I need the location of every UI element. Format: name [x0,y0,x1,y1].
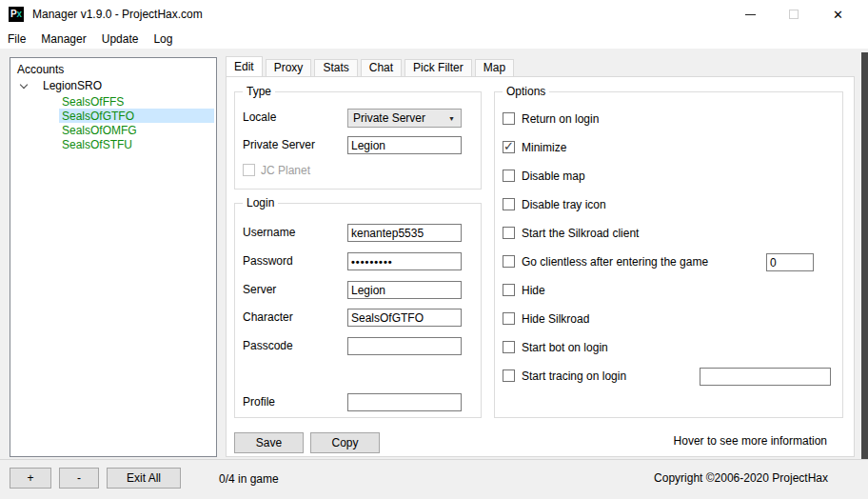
menu-bar: FileManagerUpdateLog [0,29,868,49]
type-group-title: Type [243,85,275,98]
status-bar: + - Exit All 0/4 in game Copyright ©2006… [0,459,868,499]
server-label: Server [243,284,276,296]
locale-selected-value: Private Server [353,111,425,125]
menu-update[interactable]: Update [94,30,147,49]
account-item-sealsofffs[interactable]: SealsOfFFS [59,94,214,109]
tree-node-legionsro[interactable]: LegionSRO [10,79,214,93]
checkbox-return-on-login[interactable] [503,112,515,125]
locale-label: Locale [243,111,276,124]
checkbox-start-the-silkroad-client[interactable] [503,227,515,239]
tab-chat[interactable]: Chat [361,59,402,76]
window-title: Manager v1.9.0 - ProjectHax.com [32,8,203,21]
private-server-label: Private Server [243,139,315,151]
checkbox-disable-tray-icon[interactable] [503,198,515,210]
app-icon: Px [9,7,24,22]
tree-group-name: LegionSRO [43,79,102,93]
options-group: Options Return on login✓MinimizeDisable … [494,91,843,418]
menu-log[interactable]: Log [146,30,180,49]
server-input[interactable] [347,281,462,299]
remove-account-button[interactable]: - [59,468,99,489]
checkbox-start-bot-on-login[interactable] [503,341,515,353]
go-clientless-after-entering-the-game-label: Go clientless after entering the game [522,255,708,269]
app-icon-letter-p: P [10,7,17,22]
account-item-sealsofstfu[interactable]: SealsOfSTFU [59,137,214,151]
jc-planet-label: JC Planet [261,164,310,177]
title-bar: Px Manager v1.9.0 - ProjectHax.com ✕ [0,0,868,29]
checkbox-hide-silkroad[interactable] [503,312,515,325]
password-input[interactable] [347,252,462,270]
tab-pick-filter[interactable]: Pick Filter [404,59,472,76]
disable-map-label: Disable map [522,170,585,183]
checkbox-go-clientless-after-entering-the-game[interactable] [503,255,515,268]
type-group: Type Locale Private Server ▼ Private Ser… [234,91,482,190]
account-name: SealsOfOMFG [62,124,137,137]
disable-tray-icon-label: Disable tray icon [522,198,606,211]
account-name: SealsOfSTFU [62,138,132,151]
start-bot-on-login-label: Start bot on login [522,341,608,354]
private-server-input[interactable] [347,136,462,154]
copy-button[interactable]: Copy [310,432,380,453]
start-the-silkroad-client-label: Start the Silkroad client [522,227,639,240]
profile-input[interactable] [347,393,462,411]
accounts-panel: Accounts LegionSRO SealsOfFFSSealsOfGTFO… [10,57,217,457]
start-tracing-on-login-label: Start tracing on login [522,369,626,383]
close-button[interactable]: ✕ [817,0,859,29]
passcode-label: Passcode [243,340,293,352]
login-group: Login UsernamePasswordServerCharacterPas… [234,203,482,418]
password-label: Password [243,255,293,268]
tab-stats[interactable]: Stats [314,59,357,76]
minimize-icon [745,14,756,15]
checkbox-disable-map[interactable] [503,170,515,182]
checkbox-start-tracing-on-login[interactable] [503,369,515,382]
screen-edge-strip [861,52,868,459]
hide-silkroad-label: Hide Silkroad [522,312,589,326]
check-mark-icon: ✓ [503,139,514,153]
menu-file[interactable]: File [0,30,33,49]
app-icon-letter-x: x [17,7,23,22]
passcode-input[interactable] [347,337,462,355]
account-name: SealsOfGTFO [62,110,134,123]
account-name: SealsOfFFS [62,95,124,109]
username-label: Username [243,227,295,239]
close-icon: ✕ [833,8,843,22]
exit-all-button[interactable]: Exit All [107,468,181,489]
character-input[interactable] [347,309,462,327]
minimize-button[interactable] [729,0,772,29]
maximize-icon [789,10,799,19]
tab-proxy[interactable]: Proxy [266,59,312,76]
edit-tab-panel: Type Locale Private Server ▼ Private Ser… [226,76,855,457]
tab-edit[interactable]: Edit [226,56,263,76]
account-item-sealsofomfg[interactable]: SealsOfOMFG [59,123,214,137]
copyright-text: Copyright ©2006-2020 ProjectHax [654,471,828,485]
tab-map[interactable]: Map [475,59,514,76]
account-list: SealsOfFFSSealsOfGTFOSealsOfOMFGSealsOfS… [10,94,214,151]
minimize-label: Minimize [522,141,566,154]
checkbox-minimize[interactable]: ✓ [503,141,515,153]
login-group-title: Login [243,196,278,210]
profile-label: Profile [243,396,275,409]
checkbox-jc-planet [243,164,255,176]
account-item-sealsofgtfo[interactable]: SealsOfGTFO [59,109,214,123]
accounts-label: Accounts [17,63,64,76]
add-account-button[interactable]: + [10,468,51,489]
input-go-clientless-after-entering-the-game[interactable] [766,253,814,271]
username-input[interactable] [347,224,462,242]
return-on-login-label: Return on login [522,112,599,126]
options-group-title: Options [503,85,549,98]
dropdown-arrow-icon: ▼ [448,115,455,122]
character-label: Character [243,311,293,324]
input-start-tracing-on-login[interactable] [700,368,831,386]
hover-hint-text: Hover to see more information [674,434,827,448]
save-button[interactable]: Save [234,432,304,453]
menu-manager[interactable]: Manager [33,30,93,49]
checkbox-hide[interactable] [503,284,515,296]
chevron-down-icon[interactable] [20,81,28,89]
hide-label: Hide [522,284,545,297]
tab-strip: EditProxyStatsChatPick FilterMap [226,56,517,76]
locale-select[interactable]: Private Server ▼ [347,109,462,128]
maximize-button[interactable] [772,0,815,29]
in-game-counter: 0/4 in game [219,472,279,486]
